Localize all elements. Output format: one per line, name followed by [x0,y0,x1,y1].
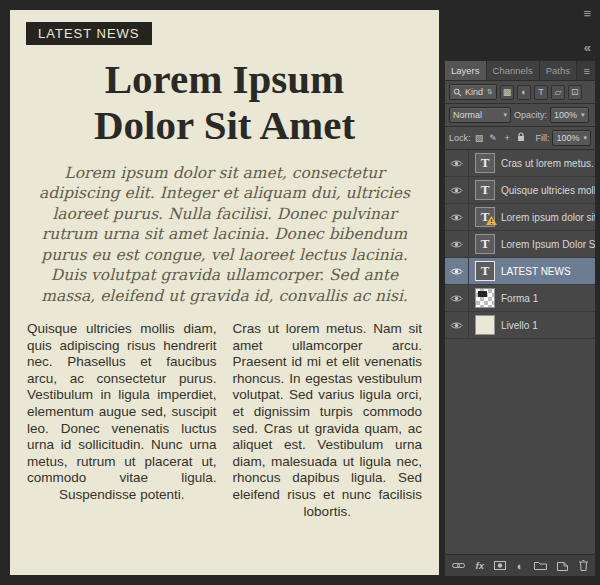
adjustment-filter-icon[interactable]: ◐ [517,85,531,100]
lock-transparency-icon[interactable]: ▨ [474,133,485,143]
visibility-eye-icon[interactable] [445,204,469,230]
delete-layer-trash-icon[interactable] [579,560,588,571]
blend-mode-value: Normal [453,110,482,120]
blend-row: Normal ▾ Opacity: 100% ▾ [445,104,595,127]
missing-font-warning-icon [486,213,497,229]
layer-name: Lorem ipsum dolor sit a... [501,212,595,223]
layer-row[interactable]: Forma 1 [445,285,595,312]
layer-name: LATEST NEWS [501,266,571,277]
panel-bottom-bar: fx ◐ [445,554,595,576]
layer-row[interactable]: T Lorem Ipsum Dolor Sit ... [445,231,595,258]
fill-value: 100% [556,133,579,143]
search-icon [453,88,462,97]
lock-position-icon[interactable]: + [502,133,513,143]
text-layer-thumbnail[interactable]: T [475,180,495,200]
layer-mask-icon[interactable] [494,561,506,570]
new-layer-icon[interactable] [557,560,568,571]
link-layers-icon[interactable] [452,562,465,569]
opacity-label: Opacity: [514,110,547,120]
visibility-eye-icon[interactable] [445,231,469,257]
text-layer-thumbnail[interactable]: T [475,207,495,227]
headline-line-2: Dolor Sit Amet [26,103,423,149]
kind-filter-select[interactable]: Kind ⇅ [449,84,497,100]
lock-all-icon[interactable] [516,132,527,144]
layer-name: Livello 1 [501,320,538,331]
document-canvas[interactable]: LATEST NEWS Lorem Ipsum Dolor Sit Amet L… [10,10,439,575]
visibility-eye-icon[interactable] [445,177,469,203]
chevron-down-icon: ▾ [581,111,585,119]
layer-row[interactable]: T Cras ut lorem metus. N... [445,150,595,177]
tab-paths[interactable]: Paths [540,61,577,80]
tab-layers[interactable]: Layers [445,61,487,80]
layer-row[interactable]: Livello 1 [445,312,595,339]
visibility-eye-icon[interactable] [445,150,469,176]
column-left: Quisque ultricies mollis diam, quis adip… [27,321,217,520]
kind-label: Kind [465,87,483,97]
fill-label: Fill: [535,133,549,143]
lock-row: Lock: ▨ ✎ + Fill: 100% ▾ [445,127,595,150]
latest-news-badge: LATEST NEWS [26,22,152,45]
text-layer-thumbnail[interactable]: T [475,261,495,281]
type-filter-icon[interactable]: T [534,85,548,100]
smart-object-filter-icon[interactable]: ⊡ [568,85,582,100]
text-layer-thumbnail[interactable]: T [475,153,495,173]
fill-select[interactable]: 100% ▾ [552,130,591,146]
chevron-down-icon: ▾ [503,111,507,119]
new-group-folder-icon[interactable] [534,561,547,570]
lock-pixels-icon[interactable]: ✎ [488,133,499,143]
shape-filter-icon[interactable]: ▱ [551,85,565,100]
background-layer-thumbnail[interactable] [475,315,495,335]
tab-channels[interactable]: Channels [487,61,540,80]
layer-row-selected[interactable]: T LATEST NEWS [445,258,595,285]
layer-row[interactable]: T Quisque ultricies mollis... [445,177,595,204]
shape-layer-thumbnail[interactable] [475,288,495,308]
layer-name: Cras ut lorem metus. N... [501,158,595,169]
layer-name: Quisque ultricies mollis... [501,185,595,196]
intro-paragraph: Lorem ipsum dolor sit amet, consectetur … [28,163,421,306]
chevron-down-icon: ▾ [583,134,587,142]
workspace-menu-icon[interactable]: ≡ [583,7,591,20]
kind-spinner-icon: ⇅ [487,88,493,96]
visibility-eye-icon[interactable] [445,312,469,338]
layer-list: T Cras ut lorem metus. N... T Quisque ul… [445,150,595,554]
lock-label: Lock: [449,133,471,143]
opacity-value: 100% [554,110,577,120]
layer-row[interactable]: T Lorem ipsum dolor sit a... [445,204,595,231]
column-right: Cras ut lorem metus. Nam sit amet ullamc… [233,321,423,520]
layer-name: Forma 1 [501,293,538,304]
layers-panel: Layers Channels Paths ≡ Kind ⇅ ▩ ◐ T ▱ ⊡… [444,60,596,577]
visibility-eye-icon[interactable] [445,285,469,311]
layer-name: Lorem Ipsum Dolor Sit ... [501,239,595,250]
headline-line-1: Lorem Ipsum [26,57,423,103]
lock-icons: ▨ ✎ + [474,132,527,144]
visibility-eye-icon[interactable] [445,258,469,284]
new-adjustment-layer-icon[interactable]: ◐ [517,560,524,572]
text-layer-thumbnail[interactable]: T [475,234,495,254]
headline: Lorem Ipsum Dolor Sit Amet [26,57,423,149]
layer-style-fx-icon[interactable]: fx [475,560,483,571]
filter-row: Kind ⇅ ▩ ◐ T ▱ ⊡ [445,81,595,104]
body-columns: Quisque ultricies mollis diam, quis adip… [26,321,423,520]
pixel-filter-icon[interactable]: ▩ [500,85,514,100]
opacity-select[interactable]: 100% ▾ [550,107,589,123]
collapse-panels-icon[interactable]: « [584,40,590,55]
blend-mode-select[interactable]: Normal ▾ [449,107,511,123]
panel-tabbar: Layers Channels Paths ≡ [445,61,595,81]
shape-preview [478,291,487,297]
panel-menu-icon[interactable]: ≡ [579,61,595,80]
